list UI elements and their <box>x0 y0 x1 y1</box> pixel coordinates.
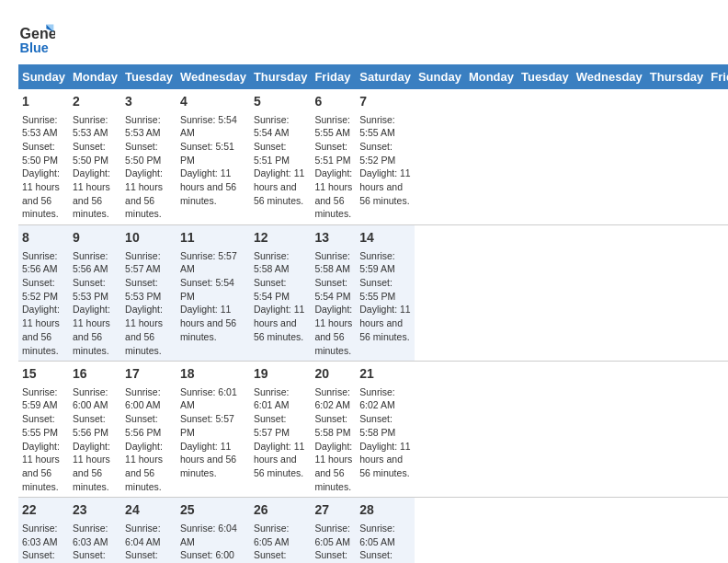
sunset: Sunset: 5:53 PM <box>125 277 161 302</box>
calendar-week-3: 15Sunrise: 5:59 AMSunset: 5:55 PMDayligh… <box>18 362 728 498</box>
calendar-week-2: 8Sunrise: 5:56 AMSunset: 5:52 PMDaylight… <box>18 225 728 362</box>
day-number: 21 <box>359 365 411 384</box>
calendar-cell: 15Sunrise: 5:59 AMSunset: 5:55 PMDayligh… <box>18 362 69 498</box>
daylight: Daylight: 11 hours and 56 minutes. <box>125 304 163 355</box>
day-number: 24 <box>125 501 173 520</box>
calendar-cell: 28Sunrise: 6:05 AMSunset: 6:02 PMDayligh… <box>356 498 415 563</box>
daylight: Daylight: 11 hours and 56 minutes. <box>314 304 352 355</box>
day-number: 19 <box>254 365 308 384</box>
daylight: Daylight: 11 hours and 56 minutes. <box>314 167 352 219</box>
day-number: 20 <box>314 365 352 384</box>
sunset: Sunset: 5:59 PM <box>73 549 108 563</box>
sunrise: Sunrise: 6:03 AM <box>22 523 58 547</box>
sunset: Sunset: 5:54 PM <box>314 277 350 302</box>
day-number: 8 <box>22 229 65 247</box>
sunset: Sunset: 6:00 PM <box>180 549 234 563</box>
day-number: 18 <box>180 365 246 384</box>
sunset: Sunset: 5:57 PM <box>254 413 290 438</box>
day-number: 3 <box>125 93 173 111</box>
calendar-cell: 4Sunrise: 5:54 AMSunset: 5:51 PMDaylight… <box>176 89 250 225</box>
daylight: Daylight: 11 hours and 56 minutes. <box>125 167 163 219</box>
day-number: 6 <box>314 93 352 111</box>
sunrise: Sunrise: 5:54 AM <box>180 114 237 139</box>
calendar-cell: 26Sunrise: 6:05 AMSunset: 6:01 PMDayligh… <box>250 498 312 563</box>
day-number: 7 <box>359 93 411 111</box>
calendar-cell: 27Sunrise: 6:05 AMSunset: 6:01 PMDayligh… <box>311 498 356 563</box>
sunset: Sunset: 5:56 PM <box>73 413 108 438</box>
day-number: 27 <box>314 501 352 520</box>
daylight: Daylight: 11 hours and 56 minutes. <box>359 441 410 478</box>
calendar-cell: 18Sunrise: 6:01 AMSunset: 5:57 PMDayligh… <box>176 362 250 498</box>
sunrise: Sunrise: 5:57 AM <box>125 250 161 275</box>
sunrise: Sunrise: 6:01 AM <box>180 386 237 411</box>
header-day-wednesday: Wednesday <box>176 64 250 89</box>
sunrise: Sunrise: 5:58 AM <box>314 250 350 275</box>
calendar-header-row: SundayMondayTuesdayWednesdayThursdayFrid… <box>18 64 728 89</box>
sunset: Sunset: 5:55 PM <box>22 413 58 438</box>
calendar-table: SundayMondayTuesdayWednesdayThursdayFrid… <box>18 64 728 563</box>
calendar-cell: 9Sunrise: 5:56 AMSunset: 5:53 PMDaylight… <box>69 225 121 362</box>
sunrise: Sunrise: 6:04 AM <box>180 523 237 547</box>
header-day-friday: Friday <box>311 64 356 89</box>
day-number: 13 <box>314 229 352 247</box>
header-thursday: Thursday <box>646 64 708 89</box>
sunrise: Sunrise: 6:01 AM <box>254 386 290 411</box>
header-day-monday: Monday <box>69 64 121 89</box>
daylight: Daylight: 11 hours and 56 minutes. <box>359 167 410 205</box>
calendar-cell: 2Sunrise: 5:53 AMSunset: 5:50 PMDaylight… <box>69 89 121 225</box>
daylight: Daylight: 11 hours and 56 minutes. <box>359 304 410 341</box>
day-number: 17 <box>125 365 173 384</box>
daylight: Daylight: 11 hours and 56 minutes. <box>180 304 236 341</box>
sunset: Sunset: 5:51 PM <box>254 141 290 166</box>
daylight: Daylight: 11 hours and 56 minutes. <box>180 167 236 205</box>
sunrise: Sunrise: 6:05 AM <box>359 523 395 547</box>
header-day-tuesday: Tuesday <box>121 64 176 89</box>
daylight: Daylight: 11 hours and 56 minutes. <box>22 167 60 219</box>
logo: General Blue <box>18 18 59 55</box>
daylight: Daylight: 11 hours and 56 minutes. <box>125 441 163 492</box>
header-sunday: Sunday <box>415 64 465 89</box>
logo-icon: General Blue <box>18 18 55 55</box>
day-number: 15 <box>22 365 65 384</box>
day-number: 16 <box>73 365 118 384</box>
calendar-cell: 13Sunrise: 5:58 AMSunset: 5:54 PMDayligh… <box>311 225 356 362</box>
sunrise: Sunrise: 6:00 AM <box>125 386 161 411</box>
day-number: 2 <box>73 93 118 111</box>
sunrise: Sunrise: 5:57 AM <box>180 250 237 275</box>
day-number: 4 <box>180 93 246 111</box>
sunrise: Sunrise: 5:53 AM <box>22 114 58 139</box>
day-number: 12 <box>254 229 308 247</box>
sunset: Sunset: 5:59 PM <box>22 549 58 563</box>
daylight: Daylight: 11 hours and 56 minutes. <box>254 167 304 205</box>
sunset: Sunset: 5:51 PM <box>180 141 234 166</box>
sunset: Sunset: 6:01 PM <box>314 549 350 563</box>
calendar-cell: 25Sunrise: 6:04 AMSunset: 6:00 PMDayligh… <box>176 498 250 563</box>
sunrise: Sunrise: 6:05 AM <box>314 523 350 547</box>
sunrise: Sunrise: 5:55 AM <box>359 114 395 139</box>
sunrise: Sunrise: 6:00 AM <box>73 386 108 411</box>
sunset: Sunset: 5:51 PM <box>314 141 350 166</box>
calendar-cell: 1Sunrise: 5:53 AMSunset: 5:50 PMDaylight… <box>18 89 69 225</box>
header-day-thursday: Thursday <box>250 64 312 89</box>
sunrise: Sunrise: 5:54 AM <box>254 114 290 139</box>
calendar-cell: 6Sunrise: 5:55 AMSunset: 5:51 PMDaylight… <box>311 89 356 225</box>
sunset: Sunset: 6:02 PM <box>359 549 395 563</box>
calendar-cell: 8Sunrise: 5:56 AMSunset: 5:52 PMDaylight… <box>18 225 69 362</box>
sunset: Sunset: 5:56 PM <box>125 413 161 438</box>
header-day-saturday: Saturday <box>356 64 415 89</box>
day-number: 22 <box>22 501 65 520</box>
sunrise: Sunrise: 5:56 AM <box>73 250 108 275</box>
daylight: Daylight: 11 hours and 56 minutes. <box>73 167 110 219</box>
day-number: 28 <box>359 501 411 520</box>
calendar-cell: 22Sunrise: 6:03 AMSunset: 5:59 PMDayligh… <box>18 498 69 563</box>
calendar-cell: 10Sunrise: 5:57 AMSunset: 5:53 PMDayligh… <box>121 225 176 362</box>
sunset: Sunset: 5:57 PM <box>180 413 234 438</box>
header-day-sunday: Sunday <box>18 64 69 89</box>
sunrise: Sunrise: 6:03 AM <box>73 523 108 547</box>
sunrise: Sunrise: 5:58 AM <box>254 250 290 275</box>
daylight: Daylight: 11 hours and 56 minutes. <box>254 304 304 341</box>
calendar-cell: 17Sunrise: 6:00 AMSunset: 5:56 PMDayligh… <box>121 362 176 498</box>
svg-text:Blue: Blue <box>20 40 49 55</box>
day-number: 23 <box>73 501 118 520</box>
header-wednesday: Wednesday <box>573 64 646 89</box>
